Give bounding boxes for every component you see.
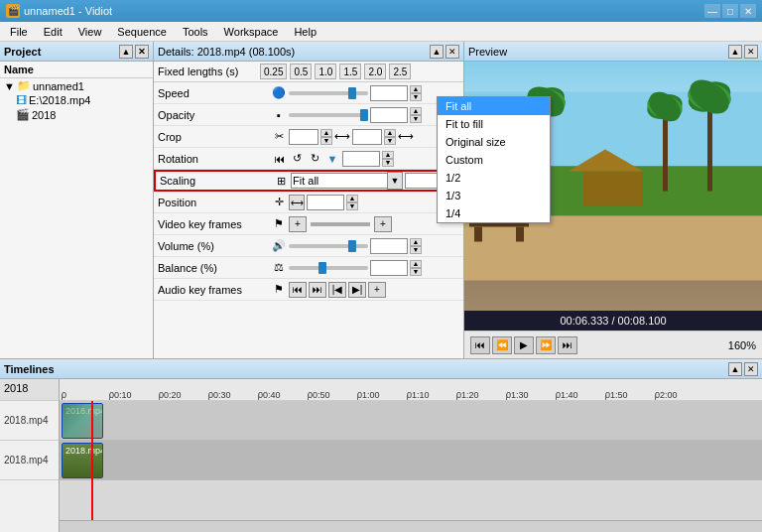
timelines-close[interactable]: ✕ — [744, 362, 758, 376]
tree-item-unnamed1[interactable]: ▼ 📁 unnamed1 — [0, 78, 153, 93]
tree-expand-icon: ▼ — [4, 80, 15, 92]
akf-btn3[interactable]: |◀ — [328, 282, 346, 298]
opacity-up[interactable]: ▲ — [410, 107, 422, 115]
video-keyframes-label: Video key frames — [158, 218, 267, 230]
opacity-slider[interactable] — [289, 113, 368, 117]
forward-button[interactable]: ⏩ — [536, 336, 556, 354]
minimize-button[interactable]: — — [704, 4, 720, 18]
crop-right-input[interactable]: 0 — [352, 129, 382, 145]
project-panel-detach[interactable]: ▲ — [119, 45, 133, 59]
ruler-line-150 — [605, 394, 606, 400]
tree-item-mp4[interactable]: 🎞 E:\2018.mp4 — [12, 93, 153, 107]
rotation-input[interactable]: 0.00 — [342, 151, 380, 167]
horizontal-scrollbar[interactable] — [60, 520, 762, 532]
length-btn-05[interactable]: 0.5 — [290, 64, 312, 79]
rotation-icon1[interactable]: ⏮ — [271, 151, 287, 167]
rotation-up[interactable]: ▲ — [382, 151, 394, 159]
balance-down[interactable]: ▼ — [410, 268, 422, 276]
menu-help[interactable]: Help — [286, 24, 324, 40]
speed-spin: ▲ ▼ — [410, 85, 422, 101]
preview-detach[interactable]: ▲ — [728, 45, 742, 59]
timeline-clip-2[interactable]: 2018.mp4 — [62, 443, 103, 478]
volume-input[interactable]: 100 — [370, 238, 408, 254]
close-button[interactable]: ✕ — [740, 4, 756, 18]
ruler-line-50 — [308, 394, 309, 400]
volume-slider[interactable] — [289, 244, 368, 248]
play-button[interactable]: ▶ — [514, 336, 534, 354]
forward-end-button[interactable]: ⏭ — [558, 336, 577, 354]
speed-down[interactable]: ▼ — [410, 93, 422, 101]
dropdown-item-original[interactable]: Original size — [438, 133, 550, 151]
position-spin: ▲ ▼ — [346, 195, 358, 210]
volume-down[interactable]: ▼ — [410, 246, 422, 254]
rewind-button[interactable]: ⏪ — [492, 336, 512, 354]
crop-right-up[interactable]: ▲ — [384, 129, 396, 137]
opacity-down[interactable]: ▼ — [410, 115, 422, 123]
speed-icon: 🔵 — [271, 85, 287, 101]
details-detach[interactable]: ▲ — [430, 45, 444, 59]
length-btn-025[interactable]: 0.25 — [260, 64, 287, 79]
volume-up[interactable]: ▲ — [410, 238, 422, 246]
vkf-more-btn[interactable]: + — [374, 216, 392, 232]
timelines-body: 2018 2018.mp4 2018.mp4 0 00:10 00:20 00:… — [0, 379, 762, 532]
dropdown-item-half[interactable]: 1/2 — [438, 169, 550, 187]
rotation-slider-icon: ▼ — [324, 151, 340, 167]
dropdown-item-custom[interactable]: Custom — [438, 151, 550, 169]
akf-btn4[interactable]: ▶| — [348, 282, 366, 298]
project-panel-close[interactable]: ✕ — [135, 45, 149, 59]
details-close[interactable]: ✕ — [445, 45, 459, 59]
dropdown-item-fit-fill[interactable]: Fit to fill — [438, 115, 550, 133]
crop-left-input[interactable]: 0 — [289, 129, 318, 145]
vkf-add-btn[interactable]: + — [289, 216, 307, 232]
menu-file[interactable]: File — [2, 24, 36, 40]
position-input[interactable]: 0 — [307, 195, 344, 210]
rotation-icon3[interactable]: ↻ — [307, 151, 322, 167]
timeline-ruler[interactable]: 0 00:10 00:20 00:30 00:40 00:50 01:00 01… — [60, 379, 762, 401]
menu-sequence[interactable]: Sequence — [109, 24, 175, 40]
vkf-bar — [311, 222, 370, 226]
akf-btn1[interactable]: ⏮ — [289, 282, 307, 298]
position-link-icon[interactable]: ⟷ — [289, 195, 305, 210]
playhead[interactable] — [91, 401, 93, 520]
speed-slider[interactable] — [289, 91, 368, 95]
dropdown-item-fit-all[interactable]: Fit all — [438, 97, 550, 115]
menu-workspace[interactable]: Workspace — [216, 24, 287, 40]
akf-btn2[interactable]: ⏭ — [309, 282, 326, 298]
volume-thumb[interactable] — [348, 240, 356, 252]
tree-item-clip[interactable]: 🎬 2018 — [12, 107, 153, 122]
scaling-dropdown-input[interactable] — [291, 173, 388, 189]
speed-input[interactable]: 1.00 — [370, 85, 408, 101]
dropdown-item-third[interactable]: 1/3 — [438, 187, 550, 204]
balance-thumb[interactable] — [318, 262, 326, 274]
menu-edit[interactable]: Edit — [36, 24, 70, 40]
preview-close[interactable]: ✕ — [744, 45, 758, 59]
position-down[interactable]: ▼ — [346, 202, 358, 210]
menu-view[interactable]: View — [70, 24, 110, 40]
rotation-icon2[interactable]: ↺ — [289, 151, 305, 167]
opacity-thumb[interactable] — [360, 109, 368, 121]
maximize-button[interactable]: □ — [722, 4, 738, 18]
playback-controls: ⏮ ⏪ ▶ ⏩ ⏭ — [470, 336, 577, 354]
scaling-dropdown-arrow[interactable]: ▼ — [387, 172, 403, 190]
rewind-start-button[interactable]: ⏮ — [470, 336, 490, 354]
length-btn-10[interactable]: 1.0 — [315, 64, 336, 79]
length-btn-15[interactable]: 1.5 — [339, 64, 361, 79]
akf-add-btn[interactable]: + — [368, 282, 386, 298]
menu-tools[interactable]: Tools — [175, 24, 216, 40]
crop-left-down[interactable]: ▼ — [320, 137, 332, 145]
timeline-clip-1[interactable]: 2018.mp4 — [62, 403, 103, 439]
dropdown-item-quarter[interactable]: 1/4 — [438, 204, 550, 222]
speed-thumb[interactable] — [348, 87, 356, 99]
length-btn-25[interactable]: 2.5 — [389, 64, 411, 79]
position-up[interactable]: ▲ — [346, 195, 358, 202]
speed-up[interactable]: ▲ — [410, 85, 422, 93]
length-btn-20[interactable]: 2.0 — [364, 64, 386, 79]
rotation-down[interactable]: ▼ — [382, 159, 394, 167]
balance-slider[interactable] — [289, 266, 368, 270]
opacity-input[interactable]: 255 — [370, 107, 408, 123]
balance-input[interactable]: -16 — [370, 260, 408, 276]
timelines-detach[interactable]: ▲ — [728, 362, 742, 376]
crop-left-up[interactable]: ▲ — [320, 129, 332, 137]
balance-up[interactable]: ▲ — [410, 260, 422, 268]
crop-right-down[interactable]: ▼ — [384, 137, 396, 145]
